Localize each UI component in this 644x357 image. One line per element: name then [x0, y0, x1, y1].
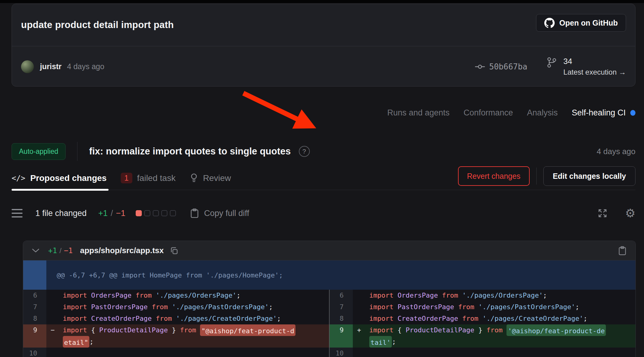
- help-icon[interactable]: ?: [299, 146, 310, 157]
- tab-failed-task-label: failed task: [137, 173, 176, 183]
- failed-count-badge: 1: [121, 173, 132, 183]
- page-title: update product detail import path: [21, 19, 174, 30]
- vertical-divider: [77, 142, 77, 161]
- nav-item-runs-and-agents[interactable]: Runs and agents: [387, 108, 449, 118]
- diff-line-new-9: 9+import { ProductDetailPage } from '@ai…: [330, 324, 635, 348]
- tab-review[interactable]: Review: [190, 173, 231, 184]
- ratio-block: [170, 210, 176, 216]
- ratio-block: [161, 210, 167, 216]
- avatar: [21, 60, 34, 73]
- ratio-block: [144, 210, 150, 216]
- fix-time: 4 days ago: [597, 147, 635, 156]
- branch-icon: [546, 57, 557, 69]
- file-deletions: −1: [64, 246, 73, 255]
- line-number: 7: [330, 301, 353, 313]
- hunk-header: @@ -6,7 +6,7 @@ import HomePage from './…: [23, 260, 635, 290]
- clipboard-icon: [618, 246, 627, 256]
- github-icon: [544, 18, 555, 28]
- revert-changes-button[interactable]: Revert changes: [458, 166, 530, 186]
- edit-changes-locally-button[interactable]: Edit changes locally: [543, 166, 635, 186]
- arrow-right-icon: →: [619, 68, 626, 76]
- nav-item-analysis[interactable]: Analysis: [527, 108, 558, 118]
- open-on-github-label: Open on GitHub: [559, 19, 618, 27]
- settings-gear-button[interactable]: ⚙: [625, 207, 635, 219]
- auto-applied-badge: Auto-applied: [12, 143, 66, 160]
- diff-line-old-6: 6import OrdersPage from './pages/OrdersP…: [23, 290, 329, 301]
- line-number: 6: [23, 290, 46, 301]
- line-number: 10: [23, 348, 46, 357]
- button-divider: [536, 168, 537, 185]
- ratio-block: [136, 210, 142, 216]
- diff-line-new-10: 10: [330, 348, 635, 357]
- tab-proposed-changes-label: Proposed changes: [30, 173, 107, 183]
- code-icon: </>: [12, 174, 25, 182]
- copy-icon: [170, 246, 178, 255]
- copy-file-diff-button[interactable]: [618, 246, 627, 256]
- top-nav: Runs and agents Conformance Analysis Sel…: [12, 105, 635, 120]
- top-strip: [0, 0, 644, 3]
- copy-full-diff-button[interactable]: Copy full diff: [190, 208, 249, 218]
- hunk-gutter: [23, 260, 46, 290]
- file-additions: +1: [48, 246, 57, 255]
- execution-count: 34: [564, 57, 626, 66]
- tab-review-label: Review: [203, 173, 231, 183]
- copy-file-path-button[interactable]: [170, 246, 178, 255]
- fix-title: fix: normalize import quotes to single q…: [89, 146, 291, 157]
- hunk-header-text: @@ -6,7 +6,7 @@ import HomePage from './…: [57, 271, 283, 279]
- file-diff-panel: +1 / −1 apps/shop/src/app.tsx @@ -6,7 +6…: [23, 241, 636, 357]
- diff-toolbar: 1 file changed +1 / −1 Copy full diff ⚙: [12, 203, 635, 223]
- line-number: 7: [23, 301, 46, 313]
- collapse-file-button[interactable]: [32, 248, 40, 253]
- fix-row: Auto-applied fix: normalize import quote…: [12, 140, 635, 163]
- diff-line-new-8: 8import CreateOrderPage from './pages/Cr…: [330, 313, 635, 324]
- split-diff: 6import OrdersPage from './pages/OrdersP…: [23, 290, 635, 357]
- commit-hash[interactable]: 50b667ba: [489, 62, 527, 71]
- tab-proposed-changes[interactable]: </> Proposed changes: [12, 173, 107, 183]
- file-name: apps/shop/src/app.tsx: [80, 246, 164, 255]
- diff-line-new-7: 7import PastOrdersPage from './pages/Pas…: [330, 301, 635, 313]
- ratio-block: [153, 210, 159, 216]
- line-number: 8: [23, 313, 46, 324]
- diff-pane-new: 6import OrdersPage from './pages/OrdersP…: [330, 290, 635, 357]
- line-number: 10: [330, 348, 353, 357]
- line-number: 9: [23, 324, 46, 348]
- diff-line-old-9: 9−import { ProductDetailPage } from "@ai…: [23, 324, 329, 348]
- active-tab-underline: [12, 189, 109, 191]
- clipboard-icon: [190, 208, 199, 218]
- expand-fullscreen-button[interactable]: [597, 208, 608, 219]
- tab-failed-task[interactable]: 1 failed task: [121, 173, 176, 183]
- commit-time: 4 days ago: [67, 62, 104, 71]
- commit-icon: [474, 63, 485, 71]
- copy-full-diff-label: Copy full diff: [204, 209, 249, 218]
- latest-execution-link[interactable]: Latest execution →: [564, 68, 626, 76]
- commit-header-card: update product detail import path Open o…: [12, 4, 635, 87]
- diff-ratio-blocks: [136, 210, 176, 216]
- open-on-github-button[interactable]: Open on GitHub: [536, 14, 626, 32]
- commit-author[interactable]: juristr: [40, 62, 62, 71]
- diff-pane-old: 6import OrdersPage from './pages/OrdersP…: [23, 290, 329, 357]
- expand-icon: [597, 208, 608, 219]
- line-number: 6: [330, 290, 353, 301]
- nav-item-conformance[interactable]: Conformance: [463, 108, 513, 118]
- line-number: 8: [330, 313, 353, 324]
- file-diff-header: +1 / −1 apps/shop/src/app.tsx: [23, 241, 635, 260]
- deletions-count: −1: [116, 209, 125, 218]
- diff-line-old-8: 8import CreateOrderPage from './pages/Cr…: [23, 313, 329, 324]
- line-number: 9: [330, 324, 353, 348]
- tabs-row: </> Proposed changes 1 failed task Revie…: [12, 166, 635, 190]
- nav-item-self-healing-ci[interactable]: Self-healing CI: [572, 108, 635, 118]
- files-changed-count: 1 file changed: [35, 209, 87, 218]
- diff-line-old-7: 7import PastOrdersPage from './pages/Pas…: [23, 301, 329, 313]
- file-list-menu-button[interactable]: [12, 209, 23, 217]
- chevron-down-icon: [32, 248, 40, 253]
- additions-count: +1: [98, 209, 108, 218]
- diff-line-old-10: 10: [23, 348, 329, 357]
- lightbulb-icon: [190, 173, 198, 184]
- diff-line-new-6: 6import OrdersPage from './pages/OrdersP…: [330, 290, 635, 301]
- notification-dot: [630, 110, 635, 116]
